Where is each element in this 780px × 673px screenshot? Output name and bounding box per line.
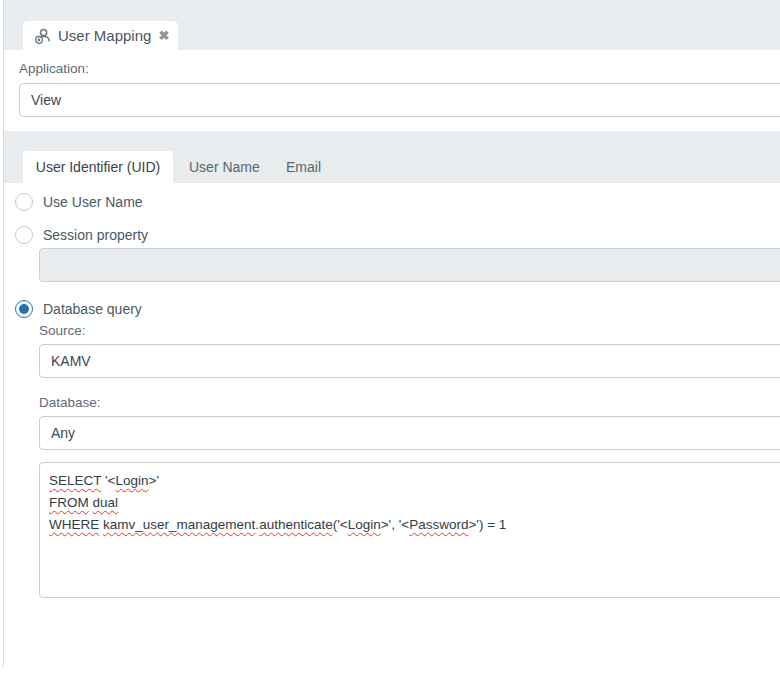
close-icon[interactable]: ✖ <box>158 28 169 43</box>
sql-line-3: WHERE kamv_user_management.authenticate(… <box>49 514 780 536</box>
tab-user-mapping[interactable]: User Mapping ✖ <box>23 21 178 50</box>
radio-row-session-property: Session property <box>15 226 148 244</box>
sql-token: >' <box>149 473 159 488</box>
database-value: Any <box>51 425 75 441</box>
source-value: KAMV <box>51 353 91 369</box>
use-user-name-label: Use User Name <box>43 194 143 210</box>
database-query-radio[interactable] <box>15 300 33 318</box>
database-input[interactable]: Any <box>39 416 780 450</box>
tab-user-mapping-label: User Mapping <box>58 27 151 44</box>
database-label: Database: <box>39 395 101 410</box>
session-property-label: Session property <box>43 227 148 243</box>
sql-token: authenticate <box>259 517 333 532</box>
use-user-name-radio[interactable] <box>15 193 33 211</box>
sql-token: >') = 1 <box>468 517 506 532</box>
application-label: Application: <box>19 61 89 76</box>
session-property-input <box>39 248 780 282</box>
sql-line-2: FROM dual <box>49 492 780 514</box>
sql-token: Login <box>116 473 149 488</box>
sql-token: kamv_user_management <box>103 517 255 532</box>
user-mapping-panel: User Mapping ✖ Application: View User Id… <box>3 0 780 667</box>
sql-token: dual <box>93 495 119 510</box>
tab-email[interactable]: Email <box>286 151 321 183</box>
application-input[interactable]: View <box>19 83 780 117</box>
tab-user-identifier-uid[interactable]: User Identifier (UID) <box>23 151 173 183</box>
sql-token: >', '< <box>381 517 409 532</box>
database-query-label: Database query <box>43 301 142 317</box>
application-value: View <box>31 92 61 108</box>
user-mapping-icon <box>34 27 52 45</box>
source-label: Source: <box>39 323 86 338</box>
sql-token: Login <box>348 517 381 532</box>
tab-user-identifier-uid-label: User Identifier (UID) <box>36 159 160 175</box>
sql-token: '< <box>101 473 115 488</box>
document-tab-bar: User Mapping ✖ <box>4 0 780 50</box>
sql-token: WHERE <box>49 517 99 532</box>
sql-token: FROM <box>49 495 89 510</box>
tab-user-name[interactable]: User Name <box>189 151 260 183</box>
sql-line-1: SELECT '<Login>' <box>49 470 780 492</box>
session-property-radio[interactable] <box>15 226 33 244</box>
sql-token: ('< <box>333 517 348 532</box>
radio-row-database-query: Database query <box>15 300 142 318</box>
sql-token: Password <box>409 517 468 532</box>
sql-query-editor[interactable]: SELECT '<Login>' FROM dual WHERE kamv_us… <box>39 462 780 598</box>
sql-token: SELECT <box>49 473 101 488</box>
radio-row-use-user-name: Use User Name <box>15 193 143 211</box>
source-input[interactable]: KAMV <box>39 344 780 378</box>
